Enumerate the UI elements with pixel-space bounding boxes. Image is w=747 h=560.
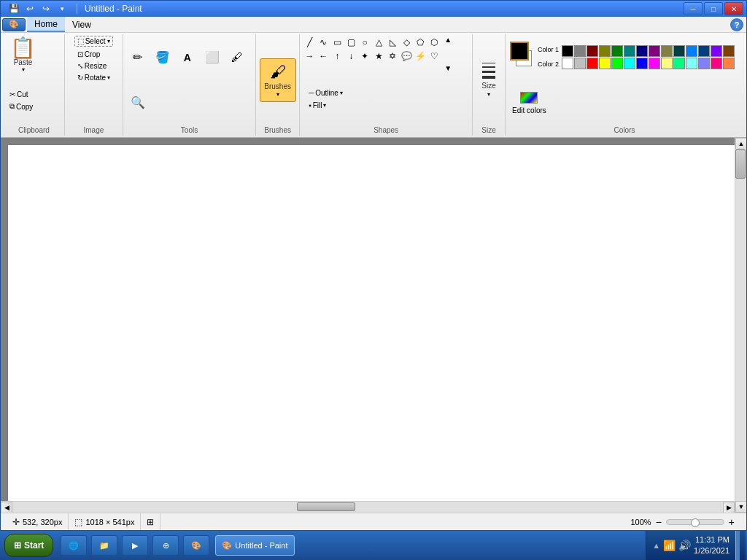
shape-arrow-right[interactable]: → <box>303 50 316 63</box>
show-desktop-button[interactable] <box>735 531 740 560</box>
swatch-darkgreen[interactable] <box>611 45 623 57</box>
maximize-button[interactable]: □ <box>704 2 723 15</box>
text-button[interactable]: A <box>176 50 199 65</box>
size-dropdown[interactable]: ▾ <box>487 91 490 98</box>
fill-shapes-dropdown[interactable]: ▾ <box>323 102 326 109</box>
shape-diamond[interactable]: ◇ <box>400 36 413 49</box>
swatch-navy[interactable] <box>698 45 710 57</box>
size-button[interactable]: Size ▾ <box>478 58 499 102</box>
shape-lightning[interactable]: ⚡ <box>414 50 427 63</box>
taskbar-ie[interactable]: 🌐 <box>61 535 87 556</box>
shape-triangle[interactable]: △ <box>372 36 385 49</box>
paste-button[interactable]: 📋 Paste ▾ <box>7 36 39 75</box>
shape-line[interactable]: ╱ <box>303 36 316 49</box>
color1-box[interactable] <box>510 42 529 61</box>
rotate-button[interactable]: ↻ Rotate ▾ <box>74 72 113 83</box>
rotate-dropdown[interactable]: ▾ <box>107 74 110 81</box>
shape-right-triangle[interactable]: ◺ <box>386 36 399 49</box>
swatch-white[interactable] <box>562 58 573 69</box>
menu-view[interactable]: View <box>65 17 98 32</box>
swatch-purple[interactable] <box>649 45 660 57</box>
brushes-dropdown[interactable]: ▾ <box>276 91 279 98</box>
h-scrollbar-track[interactable] <box>12 502 723 513</box>
swatch-brown[interactable] <box>723 45 735 57</box>
swatch-orange[interactable] <box>723 58 735 69</box>
shape-heart[interactable]: ♡ <box>427 50 441 63</box>
minimize-button[interactable]: ─ <box>684 2 703 15</box>
close-button[interactable]: ✕ <box>724 2 743 15</box>
select-button[interactable]: ⬚ Select ▾ <box>74 36 113 47</box>
eraser-button[interactable]: ⬜ <box>201 50 224 66</box>
tray-network-icon[interactable]: 📶 <box>663 540 676 551</box>
shape-5point-star[interactable]: ★ <box>372 50 385 63</box>
swatch-teal[interactable] <box>624 45 635 57</box>
crop-button[interactable]: ⊡ Crop <box>74 49 104 60</box>
shape-balloon[interactable]: 💬 <box>400 50 413 63</box>
swatch-lightgreen[interactable] <box>673 58 685 69</box>
qat-dropdown-button[interactable]: ▾ <box>55 2 69 15</box>
shapes-scroll-up[interactable]: ▲ <box>444 36 452 44</box>
brushes-button[interactable]: 🖌 Brushes ▾ <box>260 58 296 102</box>
magnify-button[interactable]: 🔍 <box>126 95 150 111</box>
shape-ellipse[interactable]: ○ <box>358 36 371 49</box>
fill-shapes-button[interactable]: ▪ Fill ▾ <box>306 100 346 111</box>
edit-colors-button[interactable]: Edit colors <box>508 81 550 125</box>
shape-arrow-down[interactable]: ↓ <box>344 50 357 63</box>
zoom-thumb[interactable] <box>691 518 700 527</box>
swatch-darkred[interactable] <box>587 45 598 57</box>
shape-rounded-rect[interactable]: ▢ <box>344 36 357 49</box>
swatch-olive[interactable] <box>599 45 611 57</box>
swatch-blue[interactable] <box>636 58 648 69</box>
swatch-silver[interactable] <box>574 58 586 69</box>
swatch-cyan[interactable] <box>624 58 635 69</box>
copy-button[interactable]: ⧉ Copy <box>7 101 36 112</box>
h-scrollbar-thumb[interactable] <box>297 502 355 511</box>
canvas-scroll-area[interactable] <box>1 138 735 501</box>
paste-dropdown[interactable]: ▾ <box>22 66 25 73</box>
swatch-magenta[interactable] <box>649 58 660 69</box>
shape-6point-star[interactable]: ✡ <box>386 50 399 63</box>
qat-undo-button[interactable]: ↩ <box>23 2 37 15</box>
v-scrollbar-track[interactable] <box>735 149 746 501</box>
taskbar-paint-active[interactable]: 🎨 Untitled - Paint <box>215 535 294 556</box>
swatch-darkteal[interactable] <box>673 45 685 57</box>
swatch-lightyellow[interactable] <box>661 58 673 69</box>
swatch-violet[interactable] <box>711 45 722 57</box>
swatch-gray[interactable] <box>574 45 586 57</box>
shape-hexagon[interactable]: ⬡ <box>427 36 441 49</box>
scroll-down-button[interactable]: ▼ <box>735 501 746 513</box>
swatch-lightcyan[interactable] <box>686 58 697 69</box>
taskbar-paint[interactable]: 🎨 <box>183 535 209 556</box>
shape-curve[interactable]: ∿ <box>317 36 330 49</box>
shape-arrow-up[interactable]: ↑ <box>330 50 344 63</box>
outline-dropdown[interactable]: ▾ <box>340 90 343 96</box>
resize-button[interactable]: ⤡ Resize <box>74 61 110 71</box>
paint-canvas[interactable] <box>8 145 735 501</box>
select-dropdown[interactable]: ▾ <box>107 38 110 44</box>
qat-save-button[interactable]: 💾 <box>7 2 21 15</box>
pencil-button[interactable]: ✏ <box>126 50 150 66</box>
zoom-out-icon[interactable]: − <box>656 516 662 528</box>
taskbar-explorer[interactable]: 📁 <box>91 535 117 556</box>
qat-redo-button[interactable]: ↪ <box>39 2 53 15</box>
tray-chevron[interactable]: ▲ <box>652 541 660 550</box>
scroll-left-button[interactable]: ◀ <box>1 502 12 513</box>
tray-clock[interactable]: 11:31 PM 1/26/2021 <box>694 534 729 557</box>
color-pick-button[interactable]: 🖋 <box>225 50 249 66</box>
scroll-right-button[interactable]: ▶ <box>723 502 735 513</box>
start-button[interactable]: ⊞ Start <box>4 534 53 557</box>
paint-menu-button[interactable]: 🎨 <box>2 18 26 31</box>
cut-button[interactable]: ✂ Cut <box>7 89 36 100</box>
shape-pentagon[interactable]: ⬠ <box>414 36 427 49</box>
tray-volume-icon[interactable]: 🔊 <box>678 540 691 551</box>
swatch-black[interactable] <box>562 45 573 57</box>
swatch-darkyellow[interactable] <box>661 45 673 57</box>
shape-rect[interactable]: ▭ <box>330 36 344 49</box>
fill-button[interactable]: 🪣 <box>151 50 174 66</box>
swatch-hotpink[interactable] <box>711 58 722 69</box>
swatch-darkblue[interactable] <box>636 45 648 57</box>
swatch-lightviolet[interactable] <box>698 58 710 69</box>
swatch-yellow[interactable] <box>599 58 611 69</box>
help-button[interactable]: ? <box>730 18 743 31</box>
shape-4point-star[interactable]: ✦ <box>358 50 371 63</box>
